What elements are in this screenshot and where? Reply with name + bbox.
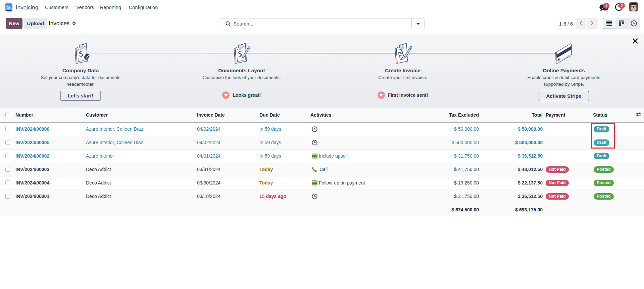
svg-text:S: S [7, 5, 10, 10]
